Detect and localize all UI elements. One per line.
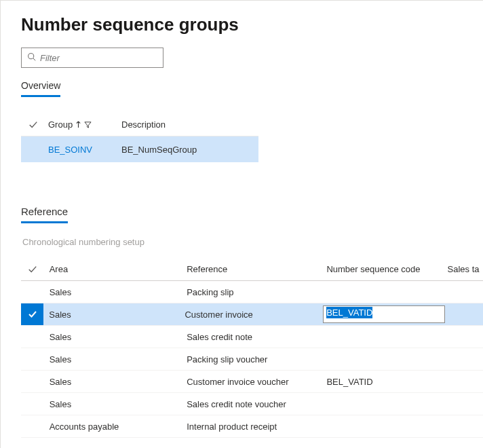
cell-area: Sales: [44, 287, 184, 297]
cell-area: Sales: [44, 354, 184, 365]
select-all-checkbox[interactable]: [21, 120, 45, 130]
cell-reference: Customer invoice voucher: [184, 377, 324, 387]
row-checkbox[interactable]: [21, 303, 43, 325]
column-header-group[interactable]: Group: [45, 119, 119, 130]
table-row[interactable]: SalesSales credit note: [21, 326, 483, 348]
column-header-area[interactable]: Area: [44, 264, 184, 274]
cell-number-sequence-code[interactable]: BEL_VATID: [320, 305, 445, 323]
cell-area: Sales: [44, 332, 184, 342]
cell-reference: Internal product receipt: [184, 422, 324, 432]
overview-header-row: Group Description: [21, 113, 258, 136]
table-row[interactable]: BE_SOINV BE_NumSeqGroup: [21, 136, 258, 162]
filter-input-wrapper[interactable]: [21, 48, 163, 68]
table-row[interactable]: SalesPacking slip voucher: [21, 348, 483, 371]
cell-area: Sales: [44, 377, 184, 387]
overview-grid: Group Description BE_SOINV BE_NumSeqGrou…: [21, 113, 258, 162]
column-header-code[interactable]: Number sequence code: [324, 264, 444, 274]
cell-reference: Sales credit note: [184, 332, 324, 342]
filter-icon[interactable]: [84, 121, 92, 128]
table-row[interactable]: SalesPacking slip: [21, 281, 483, 303]
cell-area: Sales: [43, 310, 182, 320]
cell-reference: Sales credit note voucher: [184, 399, 324, 409]
cell-group[interactable]: BE_SOINV: [48, 145, 92, 155]
column-header-reference[interactable]: Reference: [184, 264, 324, 274]
cell-reference: Packing slip voucher: [184, 354, 324, 365]
cell-reference: Customer invoice: [182, 310, 320, 320]
cell-description: BE_NumSeqGroup: [121, 145, 197, 155]
table-row[interactable]: SalesCustomer invoice voucherBEL_VATID: [21, 371, 483, 393]
cell-area: Accounts payable: [44, 422, 184, 432]
column-header-salestax[interactable]: Sales ta: [445, 264, 483, 274]
number-sequence-code-input[interactable]: BEL_VATID: [323, 305, 445, 323]
ref-header-row: Area Reference Number sequence code Sale…: [21, 258, 483, 281]
table-row[interactable]: SalesCustomer invoiceBEL_VATID: [21, 303, 483, 326]
column-header-description[interactable]: Description: [119, 119, 258, 130]
cell-reference: Packing slip: [184, 287, 324, 297]
svg-line-1: [33, 58, 35, 60]
reference-section-title[interactable]: Reference: [21, 203, 68, 223]
ref-select-all[interactable]: [21, 265, 44, 274]
page-title: Number sequence groups: [21, 14, 483, 35]
cell-area: Sales: [44, 399, 184, 409]
table-row[interactable]: SalesSales credit note voucher: [21, 393, 483, 415]
table-row[interactable]: Accounts payableInternal product receipt: [21, 415, 483, 438]
reference-grid: Area Reference Number sequence code Sale…: [21, 258, 483, 438]
column-header-group-label: Group: [48, 119, 73, 130]
reference-subtitle: Chronological numbering setup: [21, 237, 483, 247]
search-icon: [27, 52, 36, 63]
sort-asc-icon[interactable]: [75, 121, 81, 128]
tab-overview[interactable]: Overview: [21, 77, 60, 97]
svg-point-0: [28, 54, 34, 59]
tab-strip: Overview: [21, 77, 483, 97]
cell-number-sequence-code: BEL_VATID: [324, 377, 444, 387]
filter-input[interactable]: [40, 53, 157, 63]
column-header-description-label: Description: [121, 119, 166, 130]
